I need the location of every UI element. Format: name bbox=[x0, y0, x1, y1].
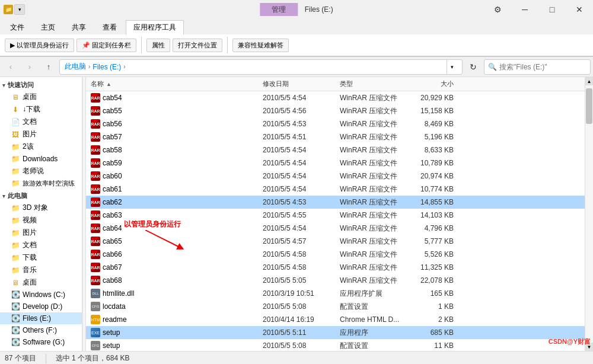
dl3-icon: 📁 bbox=[11, 253, 20, 263]
scroll-track[interactable] bbox=[585, 85, 593, 343]
table-row[interactable]: CFG locdata 2010/5/5 5:08 配置设置 1 KB bbox=[86, 300, 585, 313]
this-pc-header[interactable]: ▾ 此电脑 bbox=[0, 190, 82, 202]
file-type-cell: WinRAR 压缩文件 bbox=[337, 93, 409, 103]
compatibility-btn[interactable]: 兼容性疑难解答 bbox=[232, 39, 289, 52]
rar-icon: RAR bbox=[91, 263, 100, 272]
sidebar-item-2ga[interactable]: 📁 2该 bbox=[0, 141, 82, 153]
address-input[interactable]: 此电脑 › Files (E:) › ▾ bbox=[59, 59, 463, 75]
sidebar-item-laoshi[interactable]: 📁 老师说 bbox=[0, 165, 82, 177]
table-row[interactable]: RAR cab54 2010/5/5 4:54 WinRAR 压缩文件 20,9… bbox=[86, 91, 585, 104]
tab-file[interactable]: 文件 bbox=[2, 20, 32, 34]
sidebar-item-downloads2[interactable]: 📁 Downloads bbox=[0, 153, 82, 165]
up-btn[interactable]: ↑ bbox=[40, 59, 57, 75]
folder-icon-dl: 📁 bbox=[11, 154, 20, 164]
vertical-scrollbar[interactable]: ▲ ▼ bbox=[585, 77, 593, 351]
sidebar-filesE[interactable]: 💽 Files (E:) bbox=[0, 312, 82, 324]
minimize-btn[interactable]: ─ bbox=[511, 0, 538, 19]
settings-btn[interactable]: ⚙ bbox=[484, 0, 511, 19]
sidebar-winC[interactable]: 💽 Windows (C:) bbox=[0, 289, 82, 301]
sidebar-item-download[interactable]: ⬇ ↓下载 bbox=[0, 103, 82, 116]
sidebar-music[interactable]: 📁 音乐 bbox=[0, 264, 82, 276]
tab-app-tools[interactable]: 应用程序工具 bbox=[126, 20, 184, 35]
table-row[interactable]: RAR cab59 2010/5/5 4:54 WinRAR 压缩文件 10,7… bbox=[86, 157, 585, 170]
sidebar-dl3[interactable]: 📁 下载 bbox=[0, 251, 82, 264]
sidebar-item-downloads-label: Downloads bbox=[23, 155, 58, 163]
tab-view[interactable]: 查看 bbox=[95, 20, 125, 34]
table-row[interactable]: RAR cab61 2010/5/5 4:54 WinRAR 压缩文件 10,7… bbox=[86, 183, 585, 196]
table-row[interactable]: HTM readme 2010/4/14 16:19 Chrome HTML D… bbox=[86, 313, 585, 326]
table-row[interactable]: RAR cab64 2010/5/5 4:54 WinRAR 压缩文件 4,79… bbox=[86, 222, 585, 235]
selected-count: 选中 1 个项目，684 KB bbox=[56, 353, 130, 363]
run-btn[interactable]: 📌 固定到任务栏 bbox=[76, 39, 136, 52]
scroll-up-btn[interactable]: ▲ bbox=[585, 77, 593, 85]
ribbon-tabs: 文件 主页 共享 查看 应用程序工具 bbox=[0, 19, 593, 34]
close-btn[interactable]: ✕ bbox=[566, 0, 593, 19]
table-row[interactable]: RAR cab60 2010/5/5 4:54 WinRAR 压缩文件 20,9… bbox=[86, 170, 585, 183]
address-dropdown-btn[interactable]: ▾ bbox=[447, 59, 457, 75]
devD-icon: 💽 bbox=[11, 302, 20, 311]
run-as-admin-btn[interactable]: ▶ 以管理员身份运行 bbox=[5, 39, 74, 52]
search-box[interactable]: 🔍 bbox=[484, 59, 591, 75]
sidebar-video[interactable]: 📁 视频 bbox=[0, 214, 82, 226]
sidebar-desk2[interactable]: 🖥 桌面 bbox=[0, 276, 82, 289]
sidebar-item-travel[interactable]: 📁 旅游效率时空演练 bbox=[0, 177, 82, 189]
table-row[interactable]: DLL htmllite.dll 2010/3/19 10:51 应用程序扩展 … bbox=[86, 287, 585, 300]
properties-btn[interactable]: 属性 bbox=[146, 39, 170, 52]
table-row[interactable]: RAR cab68 2010/5/5 5:05 WinRAR 压缩文件 22,0… bbox=[86, 274, 585, 287]
sidebar-item-desktop[interactable]: 🖥 桌面 bbox=[0, 91, 82, 103]
ribbon-active-tab[interactable]: 管理 bbox=[260, 3, 298, 16]
sidebar-doc[interactable]: 📁 文档 bbox=[0, 239, 82, 251]
window-title: Files (E:) bbox=[305, 5, 333, 14]
col-name-header[interactable]: 名称 ▲ bbox=[88, 79, 260, 88]
quick-access-label: 快速访问 bbox=[8, 81, 34, 90]
table-row[interactable]: EXE setup 2010/5/5 5:11 应用程序 685 KB bbox=[86, 326, 585, 339]
table-row[interactable]: RAR cab56 2010/5/5 4:53 WinRAR 压缩文件 8,46… bbox=[86, 117, 585, 130]
search-input[interactable] bbox=[499, 63, 588, 71]
pin-icon: 📌 bbox=[82, 41, 90, 49]
scroll-thumb[interactable] bbox=[586, 88, 592, 124]
table-row[interactable]: RAR cab67 2010/5/5 4:58 WinRAR 压缩文件 11,3… bbox=[86, 261, 585, 274]
sidebar-softwareG[interactable]: 💽 Software (G:) bbox=[0, 336, 82, 348]
quick-access-header[interactable]: ▾ 快速访问 bbox=[0, 79, 82, 91]
file-name-cell: CFG setup bbox=[88, 341, 260, 350]
sidebar-devD[interactable]: 💽 Develop (D:) bbox=[0, 301, 82, 312]
sidebar-item-pictures[interactable]: 🖼 图片 bbox=[0, 128, 82, 141]
back-btn[interactable]: ‹ bbox=[2, 59, 19, 75]
table-row[interactable]: RAR cab58 2010/5/5 4:54 WinRAR 压缩文件 8,63… bbox=[86, 143, 585, 157]
quick-access-btn[interactable]: ▾ bbox=[14, 4, 25, 15]
table-row[interactable]: CFG setup 2010/5/5 5:08 配置设置 11 KB bbox=[86, 339, 585, 351]
table-row[interactable]: RAR cab57 2010/5/5 4:51 WinRAR 压缩文件 5,19… bbox=[86, 130, 585, 143]
table-row[interactable]: RAR cab65 2010/5/5 4:57 WinRAR 压缩文件 5,77… bbox=[86, 235, 585, 248]
docs-icon: 📄 bbox=[11, 117, 20, 127]
forward-btn[interactable]: › bbox=[21, 59, 38, 75]
table-row[interactable]: RAR cab55 2010/5/5 4:56 WinRAR 压缩文件 15,1… bbox=[86, 104, 585, 117]
file-date-cell: 2010/5/5 4:54 bbox=[260, 159, 337, 167]
table-row[interactable]: RAR cab63 2010/5/5 4:55 WinRAR 压缩文件 14,1… bbox=[86, 209, 585, 222]
table-row[interactable]: RAR cab66 2010/5/5 4:58 WinRAR 压缩文件 5,52… bbox=[86, 248, 585, 261]
sidebar-othersF[interactable]: 💽 Others (F:) bbox=[0, 324, 82, 336]
cfg-icon: CFG bbox=[91, 341, 100, 350]
watermark: CSDN@Y财富 bbox=[549, 337, 591, 346]
sidebar-3d[interactable]: 📁 3D 对象 bbox=[0, 202, 82, 214]
maximize-btn[interactable]: □ bbox=[538, 0, 566, 19]
tab-share[interactable]: 共享 bbox=[64, 20, 94, 34]
file-size-cell: 4,796 KB bbox=[409, 224, 456, 232]
table-row[interactable]: RAR cab62 2010/5/5 4:53 WinRAR 压缩文件 14,8… bbox=[86, 196, 585, 209]
sidebar-img[interactable]: 📁 图片 bbox=[0, 226, 82, 239]
col-date-header[interactable]: 修改日期 bbox=[260, 79, 337, 88]
open-location-btn[interactable]: 打开文件位置 bbox=[173, 39, 222, 52]
folder-icon-travel: 📁 bbox=[11, 178, 20, 188]
quick-access-section: ▾ 快速访问 🖥 桌面 ⬇ ↓下载 📄 文档 bbox=[0, 79, 82, 189]
col-size-header[interactable]: 大小 bbox=[409, 79, 456, 88]
rar-icon: RAR bbox=[91, 250, 100, 259]
tab-home[interactable]: 主页 bbox=[33, 20, 63, 34]
file-type-cell: WinRAR 压缩文件 bbox=[337, 276, 409, 286]
music-icon: 📁 bbox=[11, 266, 20, 275]
file-size-cell: 165 KB bbox=[409, 289, 456, 298]
refresh-btn[interactable]: ↻ bbox=[465, 59, 482, 75]
rar-icon: RAR bbox=[91, 223, 100, 233]
col-type-header[interactable]: 类型 bbox=[337, 79, 409, 88]
sidebar-item-docs[interactable]: 📄 文档 bbox=[0, 116, 82, 128]
run-icon: ▶ bbox=[10, 41, 15, 49]
folder-icon-2ga: 📁 bbox=[11, 142, 20, 152]
